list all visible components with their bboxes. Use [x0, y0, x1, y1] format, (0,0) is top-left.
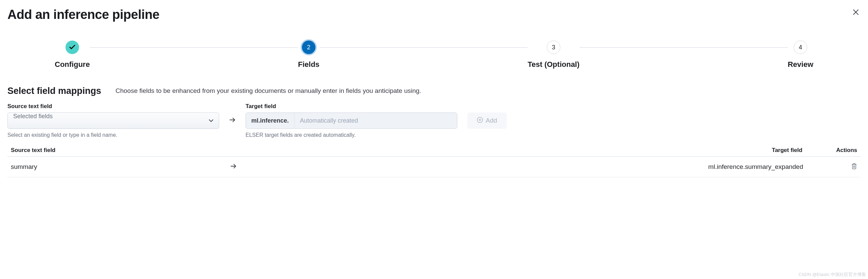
step-number: 3	[547, 41, 560, 54]
step-label: Test (Optional)	[528, 60, 580, 69]
plus-circle-icon	[477, 117, 483, 125]
target-help-text: ELSER target fields are created automati…	[246, 132, 457, 138]
step-label: Fields	[298, 60, 320, 69]
close-icon	[852, 11, 859, 17]
table-header-actions: Actions	[836, 147, 857, 154]
section-title: Select field mappings	[7, 86, 102, 96]
mappings-table: Source text field Target field Actions s…	[7, 144, 861, 177]
close-button[interactable]	[851, 7, 861, 18]
trash-icon	[851, 165, 857, 171]
row-source: summary	[11, 163, 230, 171]
table-header-source: Source text field	[11, 147, 230, 154]
stepper: Configure 2 Fields 3 Test (Optional) 4 R…	[7, 41, 861, 69]
step-number: 4	[794, 41, 807, 54]
page-title: Add an inference pipeline	[7, 7, 159, 22]
step-label: Configure	[55, 60, 90, 69]
section-description: Choose fields to be enhanced from your e…	[116, 86, 421, 95]
arrow-right-icon	[230, 164, 236, 170]
target-prefix: ml.inference.	[246, 113, 295, 128]
table-header-target: Target field	[257, 147, 836, 154]
add-button-label: Add	[486, 117, 497, 124]
step-test[interactable]: 3 Test (Optional)	[528, 41, 580, 69]
add-button[interactable]: Add	[467, 112, 507, 129]
step-fields[interactable]: 2 Fields	[298, 41, 320, 69]
step-review[interactable]: 4 Review	[788, 41, 813, 69]
row-target: ml.inference.summary_expanded	[257, 163, 837, 171]
arrow-right-icon	[229, 118, 235, 124]
step-label: Review	[788, 60, 813, 69]
source-help-text: Select an existing field or type in a fi…	[7, 132, 219, 138]
target-field-label: Target field	[246, 103, 457, 110]
source-field-label: Source text field	[7, 103, 219, 110]
step-connector	[320, 47, 528, 48]
step-connector	[90, 47, 298, 48]
delete-row-button[interactable]	[851, 165, 857, 171]
step-connector	[580, 47, 788, 48]
chevron-down-icon	[208, 118, 214, 124]
target-field-input[interactable]	[295, 113, 457, 128]
source-field-select[interactable]: Selected fields	[7, 112, 219, 129]
step-configure[interactable]: Configure	[55, 41, 90, 69]
check-icon	[66, 41, 79, 54]
table-row: summary ml.inference.summary_expanded	[7, 157, 861, 177]
step-number: 2	[301, 39, 317, 55]
